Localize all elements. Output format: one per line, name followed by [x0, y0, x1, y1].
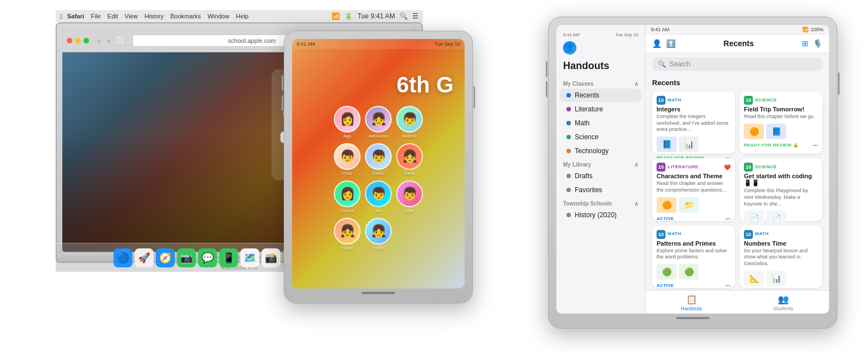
dock-photos[interactable]: 📸 [262, 248, 280, 252]
student-daren[interactable]: 👦 Daren [365, 143, 392, 176]
menu-bookmarks[interactable]: Bookmarks [170, 13, 201, 19]
card-number-badge-ch: 10 [657, 163, 665, 172]
favorites-dot [566, 188, 571, 192]
student-eunica[interactable]: 👩 Eunica [334, 180, 361, 213]
student-andrew[interactable]: 👦 Andrew [396, 106, 423, 139]
card-subject-co: SCIENCE [755, 164, 777, 169]
ipad-right-vol [546, 61, 548, 97]
ipad-right-power[interactable] [838, 72, 840, 95]
card-coding[interactable]: 10 SCIENCE Get started with coding 📱📱 Co… [739, 158, 822, 221]
student-aga[interactable]: 👩 Aga [334, 106, 361, 139]
tab-students[interactable]: 👥 Students [737, 294, 829, 311]
menu-edit[interactable]: Edit [107, 13, 118, 19]
math-dot [566, 121, 571, 125]
avatar-daren: 👦 [365, 143, 392, 170]
dock-messages[interactable]: 💬 [198, 248, 217, 252]
student-niqht[interactable]: 👧 Niqht [365, 218, 392, 251]
sidebar-item-technology[interactable]: Technology [560, 144, 642, 158]
sidebar-item-math[interactable]: Math [560, 116, 642, 130]
maximize-button[interactable] [83, 38, 89, 43]
dock-safari[interactable]: 🧭 [156, 248, 175, 252]
handouts-main: 9:41 AM 📶 100% 👤 ⬆️ [645, 25, 829, 314]
name-niqht: Niqht [373, 246, 384, 251]
ipad-right: 9:41 AM Tue Sep 10 👤 Handouts My Classes… [548, 17, 837, 329]
back-button[interactable]: ‹ [96, 35, 103, 46]
share-header-icon[interactable]: ⬆️ [666, 39, 675, 48]
avatar-chris: 👦 [334, 143, 361, 170]
card-thumbs-pp: 🟢 🟢 [657, 264, 731, 280]
grid-icon[interactable]: ⊞ [802, 39, 808, 48]
card-desc-ft: Read this chapter before we go. [744, 114, 818, 120]
search-icon[interactable]: 🔍 [400, 12, 408, 20]
dock-launchpad[interactable]: 🚀 [135, 248, 154, 252]
ipad-left-time: 9:41 AM [297, 41, 315, 47]
card-numbers[interactable]: 10 MATH Numbers Time Do your Nearpod les… [739, 226, 822, 288]
forward-button[interactable]: › [105, 35, 112, 46]
more-dots-ft[interactable]: ••• [813, 143, 818, 148]
student-darla[interactable]: 👧 Darla [396, 143, 423, 176]
library-chevron-icon[interactable]: ∧ [634, 162, 638, 168]
bottom-tabs: 📋 Handouts 👥 Students [645, 290, 829, 314]
header-right-icons: ⊞ 🎙️ [802, 39, 822, 48]
recents-label: Recents [575, 91, 599, 99]
students-tab-icon: 👥 [778, 294, 789, 305]
tab-handouts[interactable]: 📋 Handouts [645, 294, 737, 311]
volume-up[interactable] [282, 75, 283, 91]
card-title-ft: Field Trip Tomorrow! [744, 106, 818, 113]
menu-safari[interactable]: Safari [67, 13, 85, 19]
card-field-trip[interactable]: 10 SCIENCE Field Trip Tomorrow! Read thi… [739, 91, 822, 154]
card-characters[interactable]: 10 LITERATURE ❤️ Characters and Theme Re… [652, 158, 735, 221]
handouts-tab-icon: 📋 [686, 294, 697, 305]
menu-help[interactable]: Help [236, 13, 249, 19]
menu-window[interactable]: Window [208, 13, 229, 19]
card-patterns[interactable]: 10 MATH Patterns and Primes Explore prim… [652, 226, 735, 288]
minimize-button[interactable] [75, 38, 81, 43]
card-status-pp: ACTIVE ••• [657, 283, 731, 288]
siri-icon[interactable]: ☰ [412, 12, 418, 20]
sidebar-item-science[interactable]: Science [560, 130, 642, 144]
more-dots-ch[interactable]: ••• [726, 216, 731, 221]
thumb-nt-2: 📊 [766, 271, 786, 286]
right-vol-up[interactable] [546, 61, 548, 77]
card-integers[interactable]: 10 MATH Integers Complete the integers w… [652, 91, 735, 154]
ipad-power-button[interactable] [474, 86, 475, 109]
mic-icon[interactable]: 🎙️ [813, 39, 822, 48]
person-icon[interactable]: 👤 [652, 39, 662, 48]
student-chris[interactable]: 👦 Chris [334, 143, 361, 176]
sidebar-item-recents[interactable]: Recents [560, 89, 642, 102]
card-subject-integers: MATH [668, 97, 682, 102]
student-alexandra[interactable]: 👧 Alexandra [365, 106, 392, 139]
chevron-down-icon[interactable]: ∧ [634, 81, 638, 87]
sidebar-toggle[interactable]: ⬜ [114, 35, 128, 46]
card-thumbs-integers: 📘 📊 [657, 136, 731, 152]
dock-facetime[interactable]: 📷 [177, 248, 196, 252]
menu-history[interactable]: History [145, 13, 164, 19]
sidebar-item-history[interactable]: History (2020) [560, 208, 642, 222]
dock-phone[interactable]: 📱 [219, 248, 238, 252]
township-schools-section: Township Schools ∧ [556, 197, 645, 208]
science-dot [566, 135, 571, 139]
recents-main-title: Recents [675, 39, 802, 48]
dock-maps[interactable]: 🗺️ [240, 248, 259, 252]
sidebar-item-literature[interactable]: Literature [560, 102, 642, 116]
more-dots-pp[interactable]: ••• [726, 283, 731, 288]
student-nicke[interactable]: 👧 Nicke [334, 218, 361, 251]
right-vol-down[interactable] [546, 81, 548, 97]
dock-finder[interactable]: 🔵 [114, 248, 132, 252]
recents-dot [566, 93, 571, 97]
sidebar-item-drafts[interactable]: Drafts [560, 169, 642, 183]
name-alexandra: Alexandra [368, 134, 388, 139]
volume-down[interactable] [282, 95, 283, 111]
student-matt[interactable]: 👦 Matt [396, 180, 423, 213]
right-status-icons: 📶 100% [802, 27, 823, 32]
menu-file[interactable]: File [91, 13, 101, 19]
search-bar[interactable]: 🔍 Search [652, 57, 822, 71]
heart-icon: ❤️ [724, 164, 731, 170]
menu-view[interactable]: View [125, 13, 138, 19]
student-grid: 👩 Aga 👧 Alexandra 👦 Andrew 👦 [323, 106, 434, 251]
township-chevron-icon[interactable]: ∧ [634, 201, 638, 207]
sidebar-item-favorites[interactable]: Favorites [560, 183, 642, 197]
technology-label: Technology [575, 147, 609, 155]
student-joe[interactable]: 👦 Joe [365, 180, 392, 213]
close-button[interactable] [67, 38, 72, 43]
